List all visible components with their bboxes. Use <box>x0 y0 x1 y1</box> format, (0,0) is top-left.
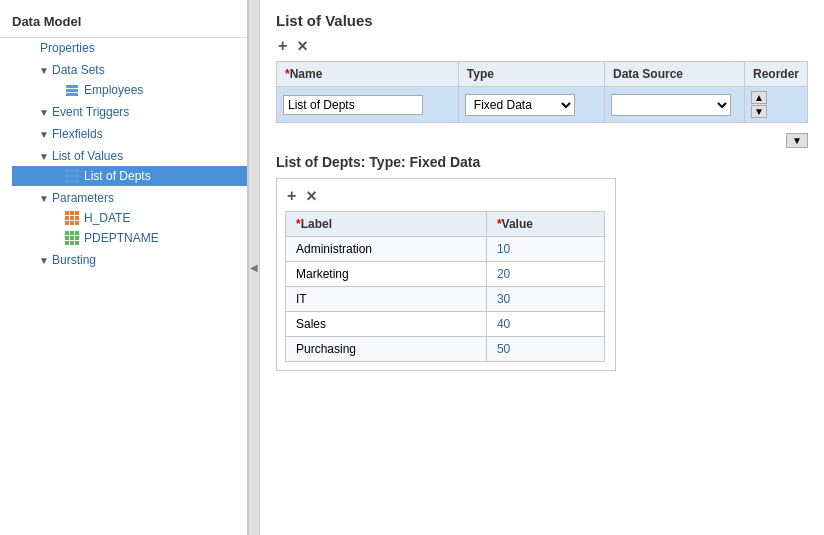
flexfields-label: Flexfields <box>52 127 103 141</box>
col-value-header: *Value <box>486 212 604 237</box>
lov-table-row: List of Depts Fixed Data ▲ ▼ <box>277 87 808 123</box>
table-row: IT 30 <box>286 287 605 312</box>
sidebar-item-h-date[interactable]: H_DATE <box>12 208 247 228</box>
lov-reorder-cell: ▲ ▼ <box>744 87 807 123</box>
lov-add-button[interactable]: + <box>276 38 289 54</box>
value-cell: 30 <box>486 287 604 312</box>
value-cell: 50 <box>486 337 604 362</box>
sidebar-title: Data Model <box>0 8 247 38</box>
pdeptname-icon <box>64 231 80 245</box>
value-cell: 40 <box>486 312 604 337</box>
label-cell: Sales <box>286 312 487 337</box>
bursting-label: Bursting <box>52 253 96 267</box>
col-type-header: Type <box>458 62 604 87</box>
sidebar-item-flexfields[interactable]: ▼ Flexfields <box>12 124 247 144</box>
section-flexfields: ▼ Flexfields <box>12 124 247 144</box>
collapse-icon: ◀ <box>250 262 258 273</box>
lov-datasource-select[interactable] <box>611 94 731 116</box>
lov-section-header: List of Values <box>276 12 808 29</box>
sidebar-item-bursting[interactable]: ▼ Bursting <box>12 250 247 270</box>
fixed-data-table: *Label *Value Administration 10 Marketin… <box>285 211 605 362</box>
section-event-triggers: ▼ Event Triggers <box>12 102 247 122</box>
employees-label: Employees <box>84 83 143 97</box>
value-cell: 20 <box>486 262 604 287</box>
collapse-arrow-ff: ▼ <box>36 129 52 140</box>
lov-type-cell[interactable]: Fixed Data <box>458 87 604 123</box>
collapse-arrow-lov: ▼ <box>36 151 52 162</box>
section-data-sets: ▼ Data Sets Employees <box>12 60 247 100</box>
list-of-values-label: List of Values <box>52 149 123 163</box>
sidebar-properties[interactable]: Properties <box>12 38 247 58</box>
section-bursting: ▼ Bursting <box>12 250 247 270</box>
col-datasource-header: Data Source <box>604 62 744 87</box>
lov-delete-button[interactable]: × <box>295 37 310 55</box>
label-cell: Purchasing <box>286 337 487 362</box>
sidebar: Data Model Properties ▼ Data Sets Employ… <box>0 0 248 535</box>
employees-icon <box>64 83 80 97</box>
section-list-of-values: ▼ List of Values List of Depts <box>12 146 247 186</box>
collapse-arrow-params: ▼ <box>36 193 52 204</box>
col-name-header: *Name <box>277 62 459 87</box>
sidebar-item-employees[interactable]: Employees <box>12 80 247 100</box>
fixed-data-wrapper: + × *Label *Value Administration 10 Mark… <box>276 178 616 371</box>
scroll-button[interactable]: ▼ <box>786 133 808 148</box>
lov-name-input[interactable]: List of Depts <box>283 95 423 115</box>
main-content: List of Values + × *Name Type Data Sourc… <box>260 0 824 535</box>
table-row: Sales 40 <box>286 312 605 337</box>
sidebar-item-pdeptname[interactable]: PDEPTNAME <box>12 228 247 248</box>
reorder-buttons: ▲ ▼ <box>751 91 801 118</box>
collapse-arrow-bursting: ▼ <box>36 255 52 266</box>
collapse-arrow-datasets: ▼ <box>36 65 52 76</box>
lov-type-select[interactable]: Fixed Data <box>465 94 575 116</box>
parameters-label: Parameters <box>52 191 114 205</box>
sidebar-item-list-of-values[interactable]: ▼ List of Values <box>12 146 247 166</box>
lov-datasource-cell[interactable] <box>604 87 744 123</box>
sidebar-item-parameters[interactable]: ▼ Parameters <box>12 188 247 208</box>
lov-table: *Name Type Data Source Reorder List of D… <box>276 61 808 123</box>
properties-label: Properties <box>40 41 95 55</box>
table-row: Marketing 20 <box>286 262 605 287</box>
sidebar-item-data-sets[interactable]: ▼ Data Sets <box>12 60 247 80</box>
label-cell: Marketing <box>286 262 487 287</box>
fixed-data-toolbar: + × <box>285 187 607 205</box>
table-row: Purchasing 50 <box>286 337 605 362</box>
label-cell: IT <box>286 287 487 312</box>
list-depts-icon <box>64 169 80 183</box>
fixed-add-button[interactable]: + <box>285 188 298 204</box>
sidebar-item-event-triggers[interactable]: ▼ Event Triggers <box>12 102 247 122</box>
collapse-arrow-et: ▼ <box>36 107 52 118</box>
lov-toolbar: + × <box>276 37 808 55</box>
col-label-header: *Label <box>286 212 487 237</box>
reorder-down-button[interactable]: ▼ <box>751 105 767 118</box>
lov-name-cell[interactable]: List of Depts <box>277 87 459 123</box>
col-reorder-header: Reorder <box>744 62 807 87</box>
sidebar-collapse-handle[interactable]: ◀ <box>248 0 260 535</box>
fixed-data-header: List of Depts: Type: Fixed Data <box>276 154 808 170</box>
value-cell: 10 <box>486 237 604 262</box>
reorder-up-button[interactable]: ▲ <box>751 91 767 104</box>
fixed-delete-button[interactable]: × <box>304 187 319 205</box>
scroll-row: ▼ <box>276 133 808 148</box>
pdeptname-label: PDEPTNAME <box>84 231 159 245</box>
data-sets-label: Data Sets <box>52 63 105 77</box>
label-cell: Administration <box>286 237 487 262</box>
list-of-depts-label: List of Depts <box>84 169 151 183</box>
sidebar-item-list-of-depts[interactable]: List of Depts <box>12 166 247 186</box>
event-triggers-label: Event Triggers <box>52 105 129 119</box>
h-date-icon <box>64 211 80 225</box>
section-parameters: ▼ Parameters H_DATE PDEPTNAME <box>12 188 247 248</box>
table-row: Administration 10 <box>286 237 605 262</box>
h-date-label: H_DATE <box>84 211 130 225</box>
